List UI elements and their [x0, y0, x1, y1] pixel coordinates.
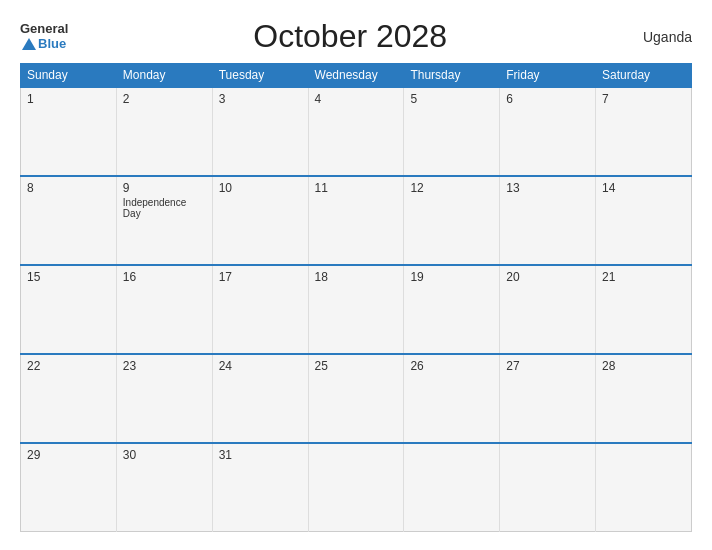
calendar-cell: 12	[404, 176, 500, 265]
day-number: 2	[123, 92, 206, 106]
logo-triangle-icon	[22, 38, 36, 50]
calendar-cell: 28	[596, 354, 692, 443]
day-number: 31	[219, 448, 302, 462]
calendar-cell: 18	[308, 265, 404, 354]
day-number: 19	[410, 270, 493, 284]
calendar-cell: 31	[212, 443, 308, 532]
country-label: Uganda	[632, 29, 692, 45]
header-monday: Monday	[116, 64, 212, 88]
day-number: 7	[602, 92, 685, 106]
calendar-cell: 22	[21, 354, 117, 443]
day-number: 9	[123, 181, 206, 195]
holiday-label: Independence Day	[123, 197, 206, 219]
logo: General Blue	[20, 22, 68, 51]
calendar-cell: 25	[308, 354, 404, 443]
day-number: 15	[27, 270, 110, 284]
day-number: 5	[410, 92, 493, 106]
day-number: 11	[315, 181, 398, 195]
calendar-cell: 7	[596, 87, 692, 176]
calendar-cell: 2	[116, 87, 212, 176]
calendar-cell	[404, 443, 500, 532]
day-number: 12	[410, 181, 493, 195]
calendar-cell: 3	[212, 87, 308, 176]
week-row-3: 22232425262728	[21, 354, 692, 443]
day-number: 21	[602, 270, 685, 284]
header-tuesday: Tuesday	[212, 64, 308, 88]
day-number: 1	[27, 92, 110, 106]
day-number: 23	[123, 359, 206, 373]
calendar-cell: 26	[404, 354, 500, 443]
day-number: 17	[219, 270, 302, 284]
calendar-cell: 20	[500, 265, 596, 354]
calendar-cell: 16	[116, 265, 212, 354]
day-number: 16	[123, 270, 206, 284]
calendar-cell: 23	[116, 354, 212, 443]
calendar-cell	[308, 443, 404, 532]
day-number: 10	[219, 181, 302, 195]
logo-general-text: General	[20, 22, 68, 36]
calendar-cell: 1	[21, 87, 117, 176]
day-number: 6	[506, 92, 589, 106]
calendar-cell	[500, 443, 596, 532]
day-number: 4	[315, 92, 398, 106]
calendar-cell: 24	[212, 354, 308, 443]
calendar-cell: 15	[21, 265, 117, 354]
calendar-cell: 4	[308, 87, 404, 176]
day-number: 18	[315, 270, 398, 284]
week-row-0: 1234567	[21, 87, 692, 176]
week-row-4: 293031	[21, 443, 692, 532]
week-row-1: 89Independence Day1011121314	[21, 176, 692, 265]
calendar-cell: 11	[308, 176, 404, 265]
calendar-cell	[596, 443, 692, 532]
logo-blue-text: Blue	[38, 37, 66, 51]
header-sunday: Sunday	[21, 64, 117, 88]
header-wednesday: Wednesday	[308, 64, 404, 88]
calendar-cell: 9Independence Day	[116, 176, 212, 265]
header-thursday: Thursday	[404, 64, 500, 88]
day-number: 8	[27, 181, 110, 195]
days-header-row: Sunday Monday Tuesday Wednesday Thursday…	[21, 64, 692, 88]
logo-blue-row: Blue	[20, 37, 66, 51]
calendar-cell: 8	[21, 176, 117, 265]
header-friday: Friday	[500, 64, 596, 88]
calendar-table: Sunday Monday Tuesday Wednesday Thursday…	[20, 63, 692, 532]
day-number: 26	[410, 359, 493, 373]
calendar-cell: 17	[212, 265, 308, 354]
day-number: 3	[219, 92, 302, 106]
day-number: 30	[123, 448, 206, 462]
calendar-cell: 6	[500, 87, 596, 176]
day-number: 28	[602, 359, 685, 373]
calendar-cell: 5	[404, 87, 500, 176]
calendar-title: October 2028	[68, 18, 632, 55]
day-number: 13	[506, 181, 589, 195]
calendar-cell: 14	[596, 176, 692, 265]
header: General Blue October 2028 Uganda	[20, 18, 692, 55]
week-row-2: 15161718192021	[21, 265, 692, 354]
calendar-cell: 30	[116, 443, 212, 532]
day-number: 24	[219, 359, 302, 373]
calendar-cell: 13	[500, 176, 596, 265]
header-saturday: Saturday	[596, 64, 692, 88]
calendar-cell: 27	[500, 354, 596, 443]
calendar-page: General Blue October 2028 Uganda Sunday …	[0, 0, 712, 550]
calendar-cell: 21	[596, 265, 692, 354]
calendar-cell: 19	[404, 265, 500, 354]
calendar-cell: 10	[212, 176, 308, 265]
day-number: 27	[506, 359, 589, 373]
day-number: 25	[315, 359, 398, 373]
day-number: 14	[602, 181, 685, 195]
calendar-cell: 29	[21, 443, 117, 532]
day-number: 29	[27, 448, 110, 462]
day-number: 20	[506, 270, 589, 284]
day-number: 22	[27, 359, 110, 373]
